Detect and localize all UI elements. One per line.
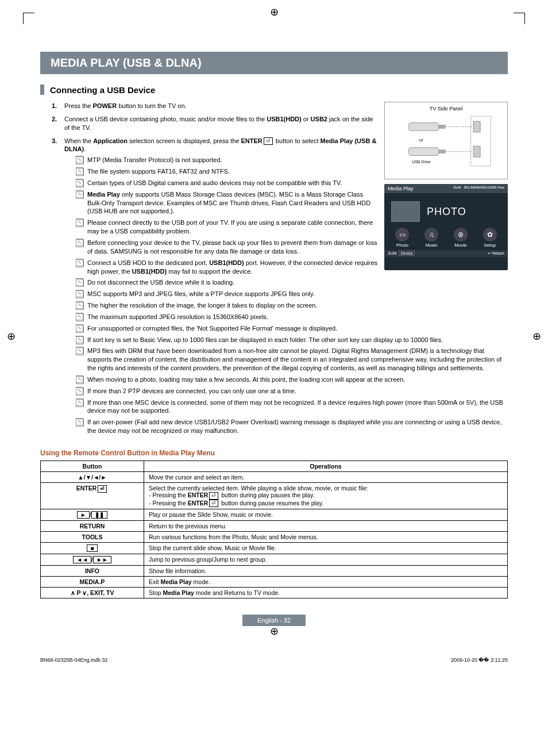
note-text: Media Play only supports USB Mass Storag…: [87, 191, 371, 215]
step-number: 2.: [52, 115, 57, 124]
note-item: ✎MSC supports MP3 and JPEG files, while …: [76, 290, 508, 298]
note-icon: ✎: [76, 290, 83, 297]
note-icon: ✎: [76, 278, 83, 286]
note-text: If more than one MSC device is connected…: [87, 399, 503, 415]
note-text: If more than 2 PTP devices are connected…: [87, 387, 296, 394]
button-cell: MEDIA.P: [41, 577, 144, 588]
note-icon: ✎: [76, 179, 83, 186]
note-item: ✎For unsupported or corrupted files, the…: [76, 324, 508, 333]
operation-cell: Select the currently selected item. Whil…: [144, 483, 508, 509]
step-item: 2.Connect a USB device containing photo,…: [52, 115, 508, 132]
note-item: ✎Please connect directly to the USB port…: [76, 218, 508, 236]
table-row: ENTER⏎Select the currently selected item…: [41, 483, 508, 509]
button-cell: ∧ P ∨, EXIT, TV: [41, 588, 144, 598]
note-item: ✎If more than 2 PTP devices are connecte…: [76, 387, 508, 396]
note-icon: ✎: [76, 387, 83, 394]
step-text: When the Application selection screen is…: [64, 137, 376, 153]
footer-filename: BN68-02325B-04Eng.indb 32: [40, 657, 108, 663]
note-item: ✎Connect a USB HDD to the dedicated port…: [76, 259, 508, 276]
table-row: ∧ P ∨, EXIT, TVStop Media Play mode and …: [41, 588, 508, 598]
note-icon: ✎: [76, 418, 83, 425]
note-icon: ✎: [76, 218, 83, 226]
note-text: Before connecting your device to the TV,…: [87, 239, 377, 255]
operation-cell: Move the cursor and select an item.: [144, 472, 508, 483]
page-number: English - 32: [242, 615, 306, 626]
operation-cell: Show file information.: [144, 566, 508, 577]
note-item: ✎MTP (Media Transfer Protocol) is not su…: [76, 156, 508, 164]
note-item: ✎When moving to a photo, loading may tak…: [76, 375, 508, 384]
table-row: ▲/▼/◄/►Move the cursor and select an ite…: [41, 472, 508, 483]
section-heading: Connecting a USB Device: [40, 85, 508, 95]
table-row: ◄◄/►►Jump to previous group/Jump to next…: [41, 554, 508, 566]
note-item: ✎Certain types of USB Digital camera and…: [76, 179, 508, 187]
table-row: MEDIA.PExit Media Play mode.: [41, 577, 508, 588]
note-text: If an over-power (Fail add new device US…: [87, 419, 501, 434]
table-body: ▲/▼/◄/►Move the cursor and select an ite…: [41, 472, 508, 598]
operation-cell: Play or pause the Slide Show, music or m…: [144, 509, 508, 521]
button-cell: ENTER⏎: [41, 483, 144, 509]
step-item: 1.Press the POWER button to turn the TV …: [52, 102, 508, 110]
step-text: Press the POWER button to turn the TV on…: [64, 102, 187, 109]
note-text: For unsupported or corrupted files, the …: [87, 325, 337, 332]
operation-cell: Exit Media Play mode.: [144, 577, 508, 588]
step-number: 3.: [52, 137, 57, 145]
note-icon: ✎: [76, 156, 83, 163]
operation-cell: Stop the current slide show, Music or Mo…: [144, 543, 508, 554]
chapter-title: MEDIA PLAY (USB & DLNA): [40, 52, 508, 74]
note-icon: ✎: [76, 301, 83, 309]
table-header-button: Button: [41, 461, 144, 472]
registration-mark-icon: ⊕: [270, 625, 279, 638]
table-row: INFOShow file information.: [41, 566, 508, 577]
steps-list: 1.Press the POWER button to turn the TV …: [40, 102, 508, 435]
note-text: Do not disconnect the USB device while i…: [87, 279, 234, 286]
step-item: 3.When the Application selection screen …: [52, 137, 508, 435]
note-text: MTP (Media Transfer Protocol) is not sup…: [87, 156, 222, 163]
note-item: ✎Before connecting your device to the TV…: [76, 239, 508, 256]
note-item: ✎MP3 files with DRM that have been downl…: [76, 347, 508, 373]
note-icon: ✎: [76, 259, 83, 266]
note-icon: ✎: [76, 336, 83, 343]
note-text: The maximum supported JPEG resolution is…: [87, 313, 268, 320]
note-text: MP3 files with DRM that have been downlo…: [87, 347, 501, 371]
table-row: TOOLSRun various functions from the Phot…: [41, 532, 508, 543]
button-cell: ◄◄/►►: [41, 554, 144, 566]
note-icon: ✎: [76, 313, 83, 320]
manual-page: MEDIA PLAY (USB & DLNA) Connecting a USB…: [0, 0, 548, 655]
section-heading-text: Connecting a USB Device: [50, 85, 155, 95]
operation-cell: Return to the previous menu.: [144, 521, 508, 532]
note-text: MSC supports MP3 and JPEG files, while a…: [87, 290, 315, 297]
note-item: ✎Media Play only supports USB Mass Stora…: [76, 190, 508, 216]
note-icon: ✎: [76, 324, 83, 332]
notes-list: ✎MTP (Media Transfer Protocol) is not su…: [64, 156, 508, 435]
note-item: ✎The higher the resolution of the image,…: [76, 301, 508, 310]
note-item: ✎If sort key is set to Basic View, up to…: [76, 336, 508, 344]
note-text: The higher the resolution of the image, …: [87, 302, 318, 309]
note-item: ✎The maximum supported JPEG resolution i…: [76, 313, 508, 321]
note-icon: ✎: [76, 167, 83, 175]
remote-buttons-table: Button Operations ▲/▼/◄/►Move the cursor…: [40, 460, 508, 598]
note-icon: ✎: [76, 398, 83, 406]
table-row: ■Stop the current slide show, Music or M…: [41, 543, 508, 554]
button-cell: ▲/▼/◄/►: [41, 472, 144, 483]
button-cell: ■: [41, 543, 144, 554]
note-item: ✎If an over-power (Fail add new device U…: [76, 418, 508, 435]
note-text: Please connect directly to the USB port …: [87, 219, 373, 235]
button-cell: RETURN: [41, 521, 144, 532]
operation-cell: Run various functions from the Photo, Mu…: [144, 532, 508, 543]
note-item: ✎If more than one MSC device is connecte…: [76, 398, 508, 416]
note-item: ✎The file system supports FAT16, FAT32 a…: [76, 167, 508, 176]
operation-cell: Jump to previous group/Jump to next grou…: [144, 554, 508, 566]
operation-cell: Stop Media Play mode and Returns to TV m…: [144, 588, 508, 598]
table-header-operations: Operations: [144, 461, 508, 472]
step-number: 1.: [52, 102, 57, 110]
note-icon: ✎: [76, 190, 83, 198]
step-text: Connect a USB device containing photo, m…: [64, 116, 373, 131]
button-cell: ►/❚❚: [41, 509, 144, 521]
note-icon: ✎: [76, 239, 83, 246]
note-text: Connect a USB HDD to the dedicated port,…: [87, 259, 377, 275]
note-icon: ✎: [76, 347, 83, 354]
note-icon: ✎: [76, 375, 83, 383]
note-text: If sort key is set to Basic View, up to …: [87, 336, 443, 343]
subsection-heading: Using the Remote Control Button in Media…: [40, 449, 508, 457]
note-item: ✎Do not disconnect the USB device while …: [76, 278, 508, 287]
